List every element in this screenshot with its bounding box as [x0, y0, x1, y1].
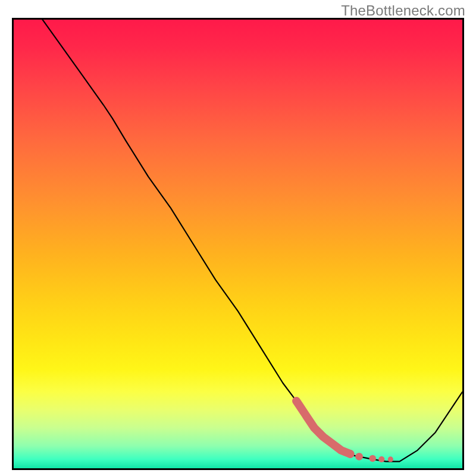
chart-area	[12, 18, 464, 470]
watermark-text: TheBottleneck.com	[341, 2, 465, 19]
svg-point-2	[369, 455, 376, 462]
bottleneck-curve-line	[14, 20, 462, 462]
chart-svg	[14, 20, 462, 468]
highlight-segment-line	[296, 401, 393, 462]
svg-point-1	[355, 453, 363, 461]
svg-point-3	[378, 456, 384, 462]
svg-point-4	[388, 456, 393, 462]
svg-point-0	[346, 450, 355, 458]
